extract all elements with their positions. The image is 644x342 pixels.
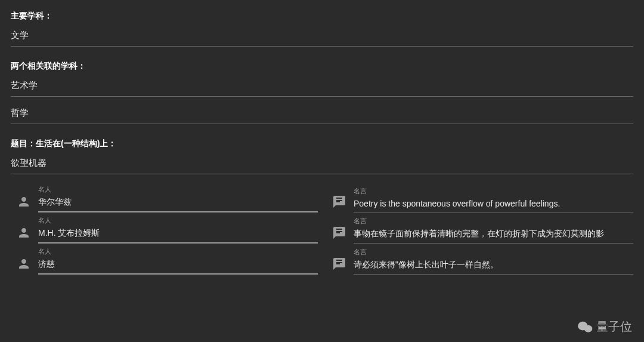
person-field[interactable]: M.H. 艾布拉姆斯: [38, 228, 318, 244]
related-subject-field-1[interactable]: 哲学: [11, 107, 633, 124]
person-label: 名人: [38, 216, 318, 225]
quote-field[interactable]: 诗必须来得"像树上长出叶子一样自然。: [354, 260, 633, 275]
person-label: 名人: [38, 185, 318, 194]
wechat-icon: [577, 321, 593, 334]
quote-icon: [332, 226, 346, 240]
entry-row: 名人 济慈 名言 诗必须来得"像树上长出叶子一样自然。: [11, 247, 633, 275]
quote-label: 名言: [354, 187, 633, 196]
entry-row: 名人 华尔华兹 名言 Poetry is the spontaneous ove…: [11, 185, 633, 212]
topic-label: 题目：生活在(一种结构)上：: [11, 138, 633, 149]
svg-point-1: [584, 325, 593, 332]
person-icon: [17, 257, 31, 271]
main-subject-label: 主要学科：: [11, 11, 633, 21]
topic-field[interactable]: 欲望机器: [11, 158, 633, 174]
quote-icon: [332, 195, 346, 209]
person-field[interactable]: 济慈: [38, 259, 318, 275]
quote-label: 名言: [354, 217, 633, 226]
quote-field[interactable]: Poetry is the spontaneous overflow of po…: [354, 199, 633, 212]
main-subject-field[interactable]: 文学: [11, 30, 633, 47]
watermark: 量子位: [577, 319, 632, 335]
related-subjects-label: 两个相关联的学科：: [11, 61, 633, 72]
quote-icon: [332, 257, 346, 271]
person-label: 名人: [38, 247, 318, 256]
person-icon: [17, 226, 31, 240]
person-icon: [17, 195, 31, 209]
quote-field[interactable]: 事物在镜子面前保持着清晰的完整，在灯的折射下成为变幻莫测的影: [354, 229, 633, 244]
watermark-text: 量子位: [596, 319, 632, 335]
entry-row: 名人 M.H. 艾布拉姆斯 名言 事物在镜子面前保持着清晰的完整，在灯的折射下成…: [11, 216, 633, 244]
quote-label: 名言: [354, 248, 633, 257]
person-field[interactable]: 华尔华兹: [38, 197, 318, 212]
related-subject-field-0[interactable]: 艺术学: [11, 80, 633, 97]
